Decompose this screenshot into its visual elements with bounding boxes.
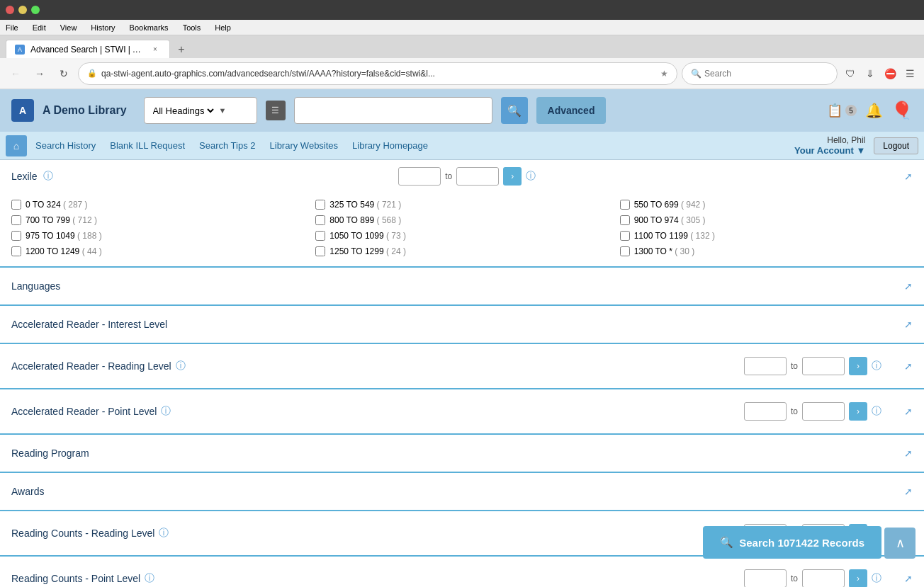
ar-reading-header[interactable]: Accelerated Reader - Reading Level ⓘ to … <box>11 351 913 381</box>
nav-search-history[interactable]: Search History <box>30 137 101 154</box>
scroll-top-btn[interactable]: ∧ <box>884 528 915 559</box>
rc-point-header[interactable]: Reading Counts - Point Level ⓘ to › ⓘ ➚ <box>11 564 913 587</box>
lexile-cb-550-699[interactable] <box>620 200 630 210</box>
lexile-cb-0-324[interactable] <box>11 200 21 210</box>
download-icon-btn[interactable]: ⇓ <box>862 65 879 82</box>
lexile-range-from[interactable] <box>398 167 441 186</box>
ar-point-header[interactable]: Accelerated Reader - Point Level ⓘ to › … <box>11 397 913 426</box>
menu-icon-btn[interactable]: ☰ <box>901 65 918 82</box>
reading-program-expand-icon[interactable]: ➚ <box>904 448 913 459</box>
browser-tab[interactable]: A Advanced Search | STWI | AAAA × <box>6 40 170 58</box>
languages-expand-icon[interactable]: ➚ <box>904 280 913 292</box>
rc-point-range-from[interactable] <box>744 569 787 587</box>
lexile-go-btn[interactable]: › <box>503 167 522 186</box>
lexile-cb-800-899[interactable] <box>315 215 325 225</box>
menu-view[interactable]: View <box>57 22 80 33</box>
nav-library-homepage[interactable]: Library Homepage <box>346 137 434 154</box>
lexile-cb-1250-1299[interactable] <box>315 246 325 256</box>
nav-search-tips[interactable]: Search Tips 2 <box>193 137 261 154</box>
nav-library-websites[interactable]: Library Websites <box>264 137 344 154</box>
awards-header[interactable]: Awards ➚ <box>11 480 913 503</box>
home-nav-btn[interactable]: ⌂ <box>6 135 27 156</box>
ar-reading-range-help-icon[interactable]: ⓘ <box>872 360 881 372</box>
main-search-btn[interactable]: 🔍 <box>501 97 528 124</box>
account-link[interactable]: Your Account ▼ <box>794 145 865 156</box>
lexile-expand-icon[interactable]: ➚ <box>904 171 913 182</box>
menu-tools[interactable]: Tools <box>180 22 204 33</box>
languages-header[interactable]: Languages ➚ <box>11 275 913 297</box>
menu-help[interactable]: Help <box>212 22 234 33</box>
rc-point-help-icon[interactable]: ⓘ <box>145 572 154 585</box>
ar-point-help-icon[interactable]: ⓘ <box>161 405 171 418</box>
rc-point-range-help-icon[interactable]: ⓘ <box>872 572 881 585</box>
awards-expand-icon[interactable]: ➚ <box>904 486 913 497</box>
menu-file[interactable]: File <box>3 22 21 33</box>
lexile-cb-1300-star[interactable] <box>620 246 630 256</box>
ar-point-range-from[interactable] <box>744 402 787 421</box>
rc-point-title: Reading Counts - Point Level <box>11 573 140 584</box>
rc-point-range-to[interactable] <box>802 569 845 587</box>
rc-reading-help-icon[interactable]: ⓘ <box>159 527 169 540</box>
bell-icon-btn[interactable]: 🔔 <box>865 102 883 119</box>
window-maximize-btn[interactable] <box>31 6 40 14</box>
shield-icon-btn[interactable]: 🛡 <box>842 65 859 82</box>
ar-point-range-help-icon[interactable]: ⓘ <box>872 405 881 418</box>
notes-icon-area[interactable]: 📋 5 <box>827 103 857 118</box>
ar-reading-help-icon[interactable]: ⓘ <box>176 360 186 372</box>
search-records-btn[interactable]: 🔍 Search 1071422 Records <box>703 526 881 559</box>
lexile-cb-700-799[interactable] <box>11 215 21 225</box>
tab-close-btn[interactable]: × <box>150 44 161 55</box>
advanced-search-btn[interactable]: Advanced <box>536 97 607 124</box>
lexile-range-help-icon[interactable]: ⓘ <box>526 170 536 183</box>
browser-search-bar[interactable]: 🔍 <box>682 62 838 85</box>
ar-point-go-btn[interactable]: › <box>849 402 867 421</box>
reading-program-title: Reading Program <box>11 448 89 459</box>
search-type-select[interactable]: All Headings Title Author Subject ISBN <box>150 105 216 117</box>
lexile-cb-1050-1099[interactable] <box>315 231 325 241</box>
lexile-cb-1200-1249[interactable] <box>11 246 21 256</box>
ar-reading-go-btn[interactable]: › <box>849 357 867 375</box>
browser-titlebar <box>0 0 924 20</box>
lexile-label-1050-1099: 1050 TO 1099 ( 73 ) <box>329 231 406 241</box>
ar-reading-expand-icon[interactable]: ➚ <box>904 360 913 372</box>
address-bar[interactable]: 🔒 qa-stwi-agent.auto-graphics.com/advanc… <box>78 62 677 85</box>
nav-blank-ill[interactable]: Blank ILL Request <box>104 137 191 154</box>
ar-interest-section: Accelerated Reader - Interest Level ➚ <box>0 306 924 344</box>
menu-edit[interactable]: Edit <box>30 22 49 33</box>
lexile-cb-325-549[interactable] <box>315 200 325 210</box>
window-close-btn[interactable] <box>6 6 14 14</box>
forward-btn[interactable]: → <box>30 64 50 84</box>
lexile-cb-900-974[interactable] <box>620 215 630 225</box>
lexile-cb-975-1049[interactable] <box>11 231 21 241</box>
lexile-cb-1100-1199[interactable] <box>620 231 630 241</box>
app-header: A A Demo Library All Headings Title Auth… <box>0 89 924 132</box>
ar-point-range-to[interactable] <box>802 402 845 421</box>
ar-reading-range-to[interactable] <box>802 357 845 375</box>
menu-bookmarks[interactable]: Bookmarks <box>127 22 171 33</box>
database-icon[interactable]: ☰ <box>266 101 286 120</box>
rc-point-section: Reading Counts - Point Level ⓘ to › ⓘ ➚ <box>0 557 924 587</box>
main-search-input[interactable] <box>294 97 492 124</box>
lexile-range-to[interactable] <box>456 167 499 186</box>
lexile-range-7: 1050 TO 1099 ( 73 ) <box>315 231 608 241</box>
back-btn[interactable]: ← <box>6 64 26 84</box>
block-icon-btn[interactable]: ⛔ <box>881 65 898 82</box>
lexile-section: Lexile ⓘ to › ⓘ ➚ 0 TO 324 ( 287 ) 325 T… <box>0 160 924 268</box>
reading-program-header[interactable]: Reading Program ➚ <box>11 442 913 465</box>
menu-history[interactable]: History <box>88 22 118 33</box>
new-tab-btn[interactable]: + <box>173 41 190 58</box>
languages-section: Languages ➚ <box>0 268 924 306</box>
ar-interest-expand-icon[interactable]: ➚ <box>904 319 913 330</box>
logout-btn[interactable]: Logout <box>874 137 918 154</box>
rc-point-go-btn[interactable]: › <box>849 569 867 587</box>
rc-point-expand-icon[interactable]: ➚ <box>904 573 913 584</box>
ar-interest-header[interactable]: Accelerated Reader - Interest Level ➚ <box>11 313 913 336</box>
ar-point-expand-icon[interactable]: ➚ <box>904 406 913 417</box>
browser-search-input[interactable] <box>704 69 828 79</box>
ar-reading-range-from[interactable] <box>744 357 787 375</box>
search-type-dropdown[interactable]: All Headings Title Author Subject ISBN ▼ <box>144 97 257 124</box>
awards-section: Awards ➚ <box>0 473 924 511</box>
refresh-btn[interactable]: ↻ <box>54 64 74 84</box>
lexile-help-icon[interactable]: ⓘ <box>43 170 53 183</box>
window-minimize-btn[interactable] <box>18 6 27 14</box>
